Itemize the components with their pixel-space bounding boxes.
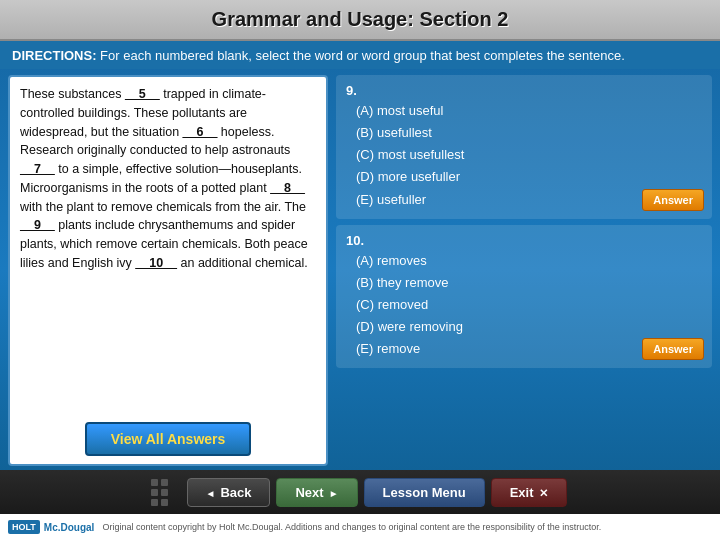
view-all-answers-button[interactable]: View All Answers: [85, 422, 252, 456]
page-title: Grammar and Usage: Section 2: [10, 8, 710, 31]
answer-9-button[interactable]: Answer: [642, 189, 704, 211]
blank-8: __8__: [270, 181, 305, 195]
mcdougal-text: Mc.Dougal: [44, 522, 95, 533]
directions-label: DIRECTIONS:: [12, 48, 97, 63]
questions-panel: 9. (A) most useful (B) usefullest (C) mo…: [336, 75, 712, 466]
holt-badge: HOLT: [8, 520, 40, 534]
exit-cross-icon: [539, 485, 548, 500]
dot-2: [161, 479, 168, 486]
directions-text: For each numbered blank, select the word…: [97, 48, 625, 63]
next-button[interactable]: Next: [276, 478, 357, 507]
blank-7: __7__: [20, 162, 55, 176]
lesson-menu-button[interactable]: Lesson Menu: [364, 478, 485, 507]
question-9-block: 9. (A) most useful (B) usefullest (C) mo…: [336, 75, 712, 218]
question-10-block: 10. (A) removes (B) they remove (C) remo…: [336, 225, 712, 368]
exit-button[interactable]: Exit: [491, 478, 567, 507]
passage-text: These substances __5__ trapped in climat…: [20, 85, 316, 414]
q9-option-a: (A) most useful: [356, 100, 702, 122]
q10-option-b: (B) they remove: [356, 272, 702, 294]
nav-dots: [151, 479, 168, 506]
blank-9: __9__: [20, 218, 55, 232]
view-all-highlight: Answers: [167, 431, 225, 447]
directions-bar: DIRECTIONS: For each numbered blank, sel…: [0, 41, 720, 69]
footer: HOLT Mc.Dougal Original content copyrigh…: [0, 514, 720, 540]
dot-4: [161, 489, 168, 496]
dot-3: [151, 489, 158, 496]
exit-label: Exit: [510, 485, 534, 500]
back-button[interactable]: Back: [187, 478, 271, 507]
blank-6: __6__: [183, 125, 218, 139]
dot-5: [151, 499, 158, 506]
dot-1: [151, 479, 158, 486]
q10-option-d: (D) were removing: [356, 316, 702, 338]
footer-logo: HOLT Mc.Dougal: [8, 520, 94, 534]
next-label: Next: [295, 485, 323, 500]
passage-panel: These substances __5__ trapped in climat…: [8, 75, 328, 466]
question-9-number: 9.: [346, 83, 702, 98]
bottom-nav: Back Next Lesson Menu Exit: [0, 470, 720, 514]
blank-10: __10__: [135, 256, 177, 270]
q9-option-b: (B) usefullest: [356, 122, 702, 144]
q10-option-a: (A) removes: [356, 250, 702, 272]
back-label: Back: [220, 485, 251, 500]
blank-5: __5__: [125, 87, 160, 101]
next-arrow-icon: [329, 485, 339, 500]
q9-option-c: (C) most usefullest: [356, 144, 702, 166]
q9-option-d: (D) more usefuller: [356, 166, 702, 188]
dot-6: [161, 499, 168, 506]
footer-copyright: Original content copyright by Holt Mc.Do…: [102, 522, 601, 532]
question-10-number: 10.: [346, 233, 702, 248]
view-all-label: View All: [111, 431, 167, 447]
answer-10-button[interactable]: Answer: [642, 338, 704, 360]
title-bar: Grammar and Usage: Section 2: [0, 0, 720, 41]
q10-option-c: (C) removed: [356, 294, 702, 316]
content-area: These substances __5__ trapped in climat…: [0, 69, 720, 470]
back-arrow-icon: [206, 485, 216, 500]
lesson-label: Lesson Menu: [383, 485, 466, 500]
